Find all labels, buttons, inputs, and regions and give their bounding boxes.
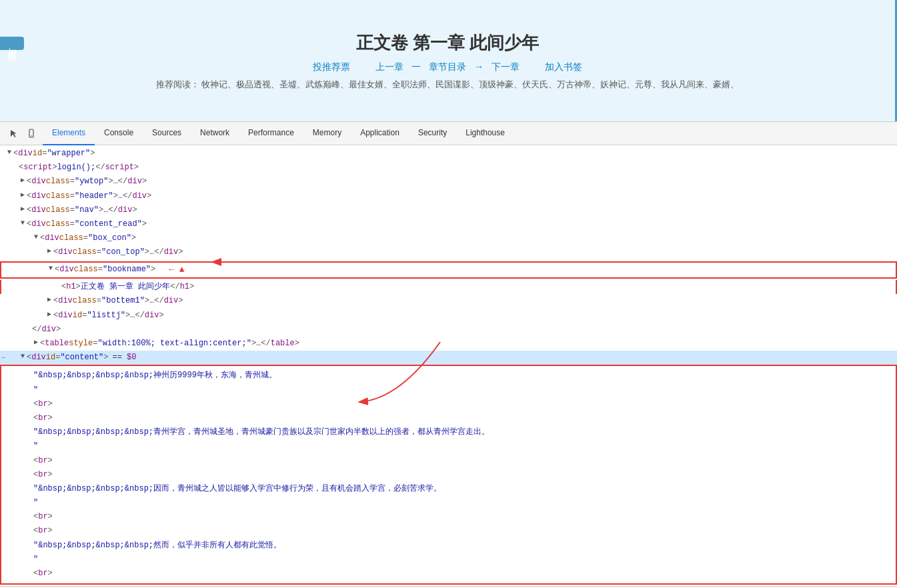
nav-sep2 bbox=[528, 61, 537, 72]
triangle[interactable]: ▶ bbox=[19, 175, 27, 186]
tree-line[interactable]: ▶ <div class="bottem1" >…</div> bbox=[0, 294, 897, 308]
tab-sources[interactable]: Sources bbox=[143, 121, 191, 145]
svg-point-1 bbox=[31, 135, 32, 137]
tree-line[interactable]: ▶ <div class="ywtop" >…</div> bbox=[0, 175, 897, 189]
triangle[interactable]: ▼ bbox=[47, 263, 55, 274]
triangle[interactable]: ▼ bbox=[5, 147, 13, 158]
tab-lighthouse[interactable]: Lighthouse bbox=[456, 121, 514, 145]
tab-console[interactable]: Console bbox=[95, 121, 143, 145]
content-br-line: <br> bbox=[28, 468, 896, 482]
tab-memory[interactable]: Memory bbox=[303, 121, 351, 145]
bookname-line[interactable]: ▼ <div class="bookname" > ← ▲ bbox=[0, 261, 897, 279]
triangle[interactable]: ▼ bbox=[32, 232, 40, 243]
triangle[interactable]: ▶ bbox=[19, 204, 27, 215]
tab-application[interactable]: Application bbox=[351, 121, 409, 145]
tree-line[interactable]: ▶ <div class="header" >…</div> bbox=[0, 189, 897, 203]
tree-line[interactable]: ▶ <div id="listtj" >…</div> bbox=[0, 309, 897, 323]
next-link[interactable]: 下一章 bbox=[492, 61, 520, 72]
prev-link[interactable]: 上一章 bbox=[375, 61, 403, 72]
tree-line[interactable]: ▼ <div class="content_read" > bbox=[0, 217, 897, 231]
mobile-icon[interactable] bbox=[24, 126, 39, 141]
rec-label: 推荐阅读： bbox=[156, 79, 199, 89]
tree-line[interactable]: <script> login(); </script> bbox=[0, 161, 897, 175]
tree-line[interactable]: ▶ <table style="width:100%; text-align:c… bbox=[0, 337, 897, 351]
toc-link[interactable]: 章节目录 bbox=[429, 61, 466, 72]
tree-line[interactable]: ▼ <div class="box_con" > bbox=[0, 231, 897, 245]
triangle[interactable]: ▶ bbox=[32, 337, 40, 348]
content-text-line: " bbox=[28, 383, 896, 397]
tree-line[interactable]: ▶ <div class="con_top" >…</div> bbox=[0, 245, 897, 259]
content-br-line: <br> bbox=[28, 411, 896, 425]
page-top: 加入书签 正文卷 第一章 此间少年 投推荐票 上一章 一 章节目录 → 下一章 … bbox=[0, 0, 897, 121]
tree-line[interactable]: </div> bbox=[0, 323, 897, 337]
devtools-toolbar: Elements Console Sources Network Perform… bbox=[0, 121, 897, 145]
triangle[interactable]: ▼ bbox=[19, 218, 27, 229]
devtools-icons bbox=[3, 126, 43, 141]
triangle[interactable]: ▼ bbox=[19, 351, 27, 362]
content-text-line: "&nbsp;&nbsp;&nbsp;&nbsp;青州学宫，青州城圣地，青州城豪… bbox=[28, 425, 896, 439]
tab-security[interactable]: Security bbox=[409, 121, 456, 145]
tree-line[interactable]: ▶ <div class="nav" >…</div> bbox=[0, 203, 897, 217]
content-box: "&nbsp;&nbsp;&nbsp;&nbsp;神州历9999年秋，东海，青州… bbox=[0, 365, 897, 585]
content-text-line: "&nbsp;&nbsp;&nbsp;&nbsp;然而，似乎并非所有人都有此觉悟… bbox=[28, 539, 896, 553]
content-text-line: "&nbsp;&nbsp;&nbsp;&nbsp;神州历9999年秋，东海，青州… bbox=[28, 369, 896, 383]
cursor-icon[interactable] bbox=[7, 126, 21, 141]
bookmark-tag[interactable]: 加入书签 bbox=[0, 37, 24, 50]
content-text-line: " bbox=[28, 553, 896, 567]
content-line[interactable]: … ▼ <div id="content" > == $0 bbox=[0, 351, 897, 365]
triangle[interactable]: ▶ bbox=[19, 190, 27, 201]
content-text-line: " bbox=[28, 496, 896, 510]
recommendation-bar: 推荐阅读： 牧神记、极品透视、圣墟、武炼巅峰、最佳女婿、全职法师、民国谍影、顶级… bbox=[151, 79, 745, 91]
triangle[interactable]: ▶ bbox=[45, 295, 53, 305]
tab-performance[interactable]: Performance bbox=[239, 121, 303, 145]
vote-link[interactable]: 投推荐票 bbox=[313, 61, 350, 72]
nav-arrow: → bbox=[474, 61, 486, 72]
triangle[interactable]: ▶ bbox=[45, 309, 53, 320]
tree-line[interactable]: <h1> 正文卷 第一章 此间少年 </h1> bbox=[0, 280, 897, 294]
bookmark-link[interactable]: 加入书签 bbox=[545, 61, 582, 72]
nav-dash: 一 bbox=[411, 61, 423, 72]
page-nav: 投推荐票 上一章 一 章节目录 → 下一章 加入书签 bbox=[310, 61, 584, 73]
content-br-line: <br> bbox=[28, 567, 896, 581]
content-br-line: <br> bbox=[28, 454, 896, 468]
tab-elements[interactable]: Elements bbox=[43, 121, 95, 145]
nav-sep1 bbox=[358, 61, 367, 72]
content-br-line: <br> bbox=[28, 510, 896, 524]
triangle[interactable]: ▶ bbox=[45, 246, 53, 257]
rec-text: 牧神记、极品透视、圣墟、武炼巅峰、最佳女婿、全职法师、民国谍影、顶级神豪、伏天氏… bbox=[201, 79, 739, 89]
content-br-line: <br> bbox=[28, 524, 896, 538]
content-text-line: "&nbsp;&nbsp;&nbsp;&nbsp;因而，青州城之人皆以能够入学宫… bbox=[28, 482, 896, 496]
page-title: 正文卷 第一章 此间少年 bbox=[356, 31, 539, 55]
tab-network[interactable]: Network bbox=[191, 121, 239, 145]
content-br-line: <br> bbox=[28, 397, 896, 411]
content-text-line: " bbox=[28, 439, 896, 453]
elements-panel: ▼ <div id="wrapper" > <script> login(); … bbox=[0, 145, 897, 586]
tree-line[interactable]: ▼ <div id="wrapper" > bbox=[0, 147, 897, 161]
